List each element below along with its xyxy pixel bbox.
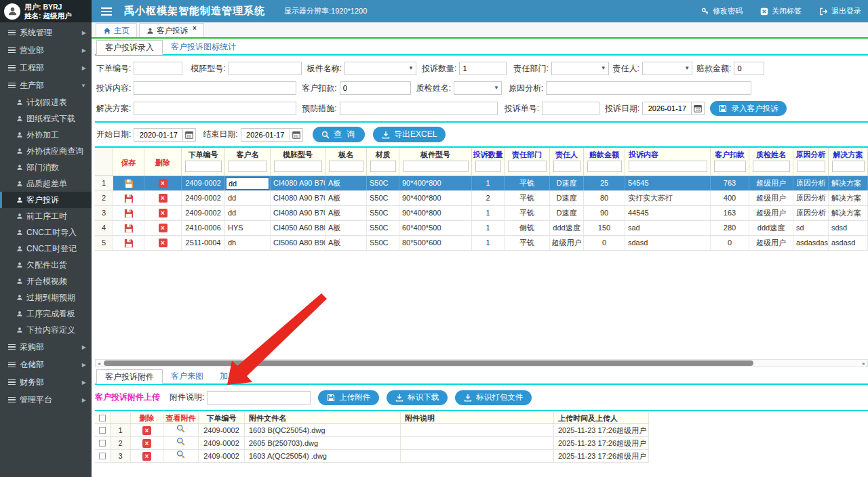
table-row[interactable]: 1 × 2409-0002 1603 B(QC25054).dwg 2025-1… xyxy=(95,424,649,437)
compensation-input[interactable] xyxy=(734,62,764,75)
complaint-date-input[interactable] xyxy=(642,102,691,115)
view-attachment-icon[interactable] xyxy=(176,450,185,462)
save-row-icon[interactable] xyxy=(113,221,144,235)
column-filter-input[interactable] xyxy=(832,161,865,172)
calendar-button[interactable] xyxy=(182,128,196,142)
sidebar-item-cnc-hours-import[interactable]: CNC工时导入 xyxy=(0,224,92,241)
tab-customer-drawing[interactable]: 客户来图 xyxy=(163,369,212,383)
delete-row-icon[interactable]: × xyxy=(144,221,181,235)
sidebar-item-finance[interactable]: 财务部▶ xyxy=(0,373,92,391)
sidebar-item-purchasing[interactable]: 采购部▶ xyxy=(0,338,92,356)
horizontal-scrollbar[interactable]: ◄ ► xyxy=(95,359,868,367)
table-row[interactable]: 5 × 2511-0004 dh CI5060 A80 B90 ( A板 S50… xyxy=(95,236,868,251)
sidebar-item-sales[interactable]: 营业部▶ xyxy=(0,41,92,59)
deduction-input[interactable] xyxy=(340,81,411,95)
sidebar-item-pre-process-hours[interactable]: 前工序工时 xyxy=(0,208,92,224)
select-all-checkbox[interactable] xyxy=(99,415,106,421)
dept-select[interactable]: ▼ xyxy=(551,62,609,75)
order-no-input[interactable] xyxy=(134,62,182,75)
sidebar-item-overdue[interactable]: 过期到期预期 xyxy=(0,289,92,306)
tab-home[interactable]: 主页 xyxy=(96,23,137,37)
row-checkbox[interactable] xyxy=(99,427,106,434)
table-row[interactable]: 2 × 2409-0002 dd CI4080 A90 B70 ( A板 S50… xyxy=(95,191,868,206)
prevention-input[interactable] xyxy=(340,102,498,115)
column-filter-input[interactable] xyxy=(370,161,396,172)
save-row-icon[interactable] xyxy=(113,191,144,205)
save-row-icon[interactable] xyxy=(113,176,144,190)
tab-complaint-attachment[interactable]: 客户投诉附件 xyxy=(96,369,163,384)
sidebar-item-system[interactable]: 系统管理▶ xyxy=(0,24,92,41)
column-filter-input[interactable] xyxy=(587,161,622,172)
column-filter-input[interactable] xyxy=(475,161,501,172)
scrollbar-thumb[interactable] xyxy=(104,360,753,366)
end-date-input[interactable] xyxy=(241,128,290,142)
tab-close-icon[interactable]: × xyxy=(193,24,197,32)
table-row[interactable]: 3 × 2409-0002 dd CI4080 A90 B70 ( A板 S50… xyxy=(95,206,868,221)
submit-complaint-button[interactable]: 录入客户投诉 xyxy=(710,101,787,116)
solution-input[interactable] xyxy=(134,102,296,115)
sidebar-item-quality-deviation[interactable]: 品质超差单 xyxy=(0,175,92,192)
tab-process-drawing[interactable]: 加工图 xyxy=(212,369,252,383)
scroll-right-arrow[interactable]: ► xyxy=(861,361,867,366)
calendar-button[interactable] xyxy=(691,102,705,115)
row-checkbox[interactable] xyxy=(99,440,106,447)
upload-attachment-button[interactable]: 上传附件 xyxy=(318,390,379,405)
qc-select[interactable]: ▼ xyxy=(454,81,502,95)
save-row-icon[interactable] xyxy=(113,236,144,250)
delete-row-icon[interactable]: × xyxy=(142,439,151,448)
sidebar-item-mold-video[interactable]: 开合模视频 xyxy=(0,273,92,289)
column-filter-input[interactable] xyxy=(553,161,580,172)
scroll-left-arrow[interactable]: ◄ xyxy=(96,361,102,366)
column-filter-input[interactable] xyxy=(403,161,469,172)
content-input[interactable] xyxy=(134,81,296,95)
column-filter-input[interactable] xyxy=(185,161,222,172)
plate-name-select[interactable]: ▼ xyxy=(344,62,416,75)
person-select[interactable]: ▼ xyxy=(642,62,692,75)
calendar-button[interactable] xyxy=(290,128,303,142)
column-filter-input[interactable] xyxy=(629,161,707,172)
column-filter-input[interactable] xyxy=(797,161,825,172)
complaint-no-input[interactable] xyxy=(542,102,599,115)
change-password-button[interactable]: 修改密码 xyxy=(701,6,743,16)
sidebar-item-plan-follow[interactable]: 计划跟进表 xyxy=(0,94,92,110)
table-row[interactable]: 2 × 2409-0002 2605 B(250703).dwg 2025-11… xyxy=(95,437,649,450)
view-attachment-icon[interactable] xyxy=(176,424,185,436)
hamburger-icon[interactable] xyxy=(101,5,112,18)
sidebar-item-process-board[interactable]: 工序完成看板 xyxy=(0,306,92,322)
mark-download-button[interactable]: 标识下载 xyxy=(387,390,448,405)
attachment-desc-input[interactable] xyxy=(207,391,311,405)
sidebar-item-production[interactable]: 生产部▼ xyxy=(0,77,92,94)
close-tabs-button[interactable]: 关闭标签 xyxy=(760,6,802,16)
delete-row-icon[interactable]: × xyxy=(144,236,181,250)
search-button[interactable]: 查 询 xyxy=(313,127,365,142)
column-filter-input[interactable] xyxy=(714,161,746,172)
subtab-complaint-entry[interactable]: 客户投诉录入 xyxy=(96,40,163,55)
sidebar-item-drawing-download[interactable]: 图纸程式下载 xyxy=(0,110,92,127)
sidebar-item-cnc-hours-register[interactable]: CNC工时登记 xyxy=(0,241,92,257)
sidebar-item-dept-count[interactable]: 部门消数 xyxy=(0,159,92,175)
delete-row-icon[interactable]: × xyxy=(144,176,181,190)
mark-package-button[interactable]: 标识打包文件 xyxy=(455,390,532,405)
row-checkbox[interactable] xyxy=(99,453,106,459)
table-row[interactable]: 4 × 2410-0006 HYS CI4050 A60 B80 ( A板 S5… xyxy=(95,221,868,236)
inline-edit-input[interactable] xyxy=(226,178,269,190)
save-row-icon[interactable] xyxy=(113,206,144,220)
column-filter-input[interactable] xyxy=(229,161,267,172)
subtab-complaint-stats[interactable]: 客户投诉图标统计 xyxy=(163,39,244,54)
column-filter-input[interactable] xyxy=(274,161,322,172)
sidebar-item-customer-complaint[interactable]: 客户投诉 xyxy=(0,192,92,208)
sidebar-item-engineering[interactable]: 工程部▶ xyxy=(0,59,92,77)
start-date-input[interactable] xyxy=(134,128,182,142)
sidebar-item-dropdown-define[interactable]: 下拉内容定义 xyxy=(0,322,92,338)
qty-input[interactable] xyxy=(459,62,507,75)
column-filter-input[interactable] xyxy=(329,161,363,172)
sidebar-item-missing-parts[interactable]: 欠配件出货 xyxy=(0,257,92,273)
mold-type-input[interactable] xyxy=(229,62,302,75)
delete-row-icon[interactable]: × xyxy=(144,206,181,220)
sidebar-item-outsourcing-supplier[interactable]: 外协供应商查询 xyxy=(0,143,92,159)
logout-button[interactable]: 退出登录 xyxy=(819,6,861,16)
column-filter-input[interactable] xyxy=(508,161,547,172)
table-row[interactable]: 3 × 2409-0002 1603 A(QC25054) .dwg 2025-… xyxy=(95,450,649,463)
view-attachment-icon[interactable] xyxy=(176,437,185,449)
table-row[interactable]: 1 × 2409-0002 CI4080 A90 B70 ( A板 S50C 9… xyxy=(95,176,868,191)
